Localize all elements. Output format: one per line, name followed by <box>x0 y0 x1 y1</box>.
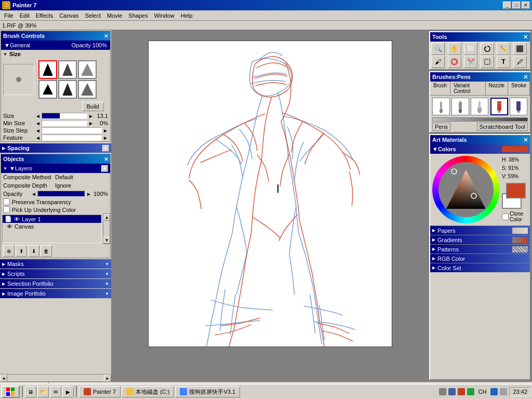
quick-launch-4[interactable]: ▶ <box>62 386 74 397</box>
layer-tool-2[interactable]: ⬆ <box>16 245 27 257</box>
papers-section[interactable]: Papers <box>430 225 530 235</box>
size-slider-container[interactable]: ◄ ► <box>35 113 94 119</box>
color-wheel[interactable] <box>432 156 500 223</box>
composite-depth-value[interactable]: Ignore <box>55 182 71 189</box>
brush-tip-5[interactable] <box>58 80 77 99</box>
tool-shape[interactable] <box>481 56 494 68</box>
start-button[interactable] <box>1 385 20 398</box>
menu-canvas[interactable]: Canvas <box>56 11 82 20</box>
tab-nozzle[interactable]: Nozzle <box>486 82 509 95</box>
brush-variant-5[interactable] <box>510 98 527 115</box>
patterns-section[interactable]: Patterns <box>430 244 530 254</box>
feature-track[interactable] <box>42 135 102 141</box>
objects-close[interactable]: ✕ <box>104 156 108 162</box>
taskbar-painter[interactable]: Painter 7 <box>79 386 121 397</box>
layer-tool-1[interactable]: ⊕ <box>3 245 15 257</box>
size-step-track[interactable] <box>42 127 102 134</box>
layers-header[interactable]: ▼ Layers ▼ <box>1 164 110 173</box>
menu-window[interactable]: Window <box>151 11 178 20</box>
size-slider-left-arrow[interactable]: ◄ <box>35 113 41 119</box>
tool-crop[interactable]: ✂️ <box>464 56 477 68</box>
hscroll-right[interactable]: ► <box>104 375 111 381</box>
image-portfolio-scroll[interactable]: ▼ <box>105 291 109 296</box>
selection-portfolio-scroll[interactable]: ▼ <box>105 282 109 286</box>
brush-tip-4[interactable] <box>38 80 57 99</box>
tool-zoom[interactable]: 🔍 <box>431 43 445 55</box>
tool-brush[interactable]: 🖌 <box>431 56 445 68</box>
tool-hand[interactable]: ✋ <box>448 43 461 55</box>
layer-scroll-up[interactable]: ▲ <box>103 214 110 221</box>
feature-slider[interactable]: ◄ ► <box>35 135 108 141</box>
colors-section-header[interactable]: ▼ Colors <box>430 144 530 154</box>
close-button[interactable]: ✕ <box>522 2 530 9</box>
tools-close[interactable]: ✕ <box>523 34 528 41</box>
size-step-slider[interactable]: ◄ ► <box>35 127 108 134</box>
size-slider-track[interactable] <box>42 113 87 119</box>
tray-icon-5[interactable] <box>490 388 498 395</box>
tray-icon-6[interactable] <box>500 388 507 395</box>
tool-fill[interactable]: ⬛ <box>513 43 527 55</box>
brush-tip-2[interactable] <box>58 60 77 79</box>
menu-edit[interactable]: Edit <box>17 11 33 20</box>
brush-size-bar[interactable]: Size <box>1 50 110 58</box>
selection-portfolio-section[interactable]: Selection Portfolio ▼ <box>0 279 111 288</box>
tool-pen[interactable]: ✏️ <box>497 43 510 55</box>
taskbar-sogou[interactable]: 搜狗抓屏快手V3.1 <box>175 386 240 397</box>
gradients-section[interactable]: Gradients <box>430 235 530 244</box>
build-button[interactable]: Build <box>82 102 104 111</box>
opacity-left-arrow[interactable]: ◄ <box>31 191 36 197</box>
menu-movie[interactable]: Movie <box>104 11 125 20</box>
brush-tip-1[interactable] <box>38 60 57 79</box>
brush-tip-3[interactable] <box>78 60 97 79</box>
image-portfolio-section[interactable]: Image Portfolio ▼ <box>0 289 111 298</box>
tab-brush[interactable]: Brush <box>430 82 450 95</box>
menu-help[interactable]: Help <box>178 11 196 20</box>
menu-select[interactable]: Select <box>82 11 104 20</box>
tray-icon-3[interactable] <box>458 388 465 395</box>
foreground-color-swatch[interactable] <box>506 183 526 198</box>
brush-controls-close[interactable]: ✕ <box>104 33 108 39</box>
layer-item-canvas[interactable]: 👁 Canvas <box>3 223 101 230</box>
layers-scroll[interactable]: ▼ <box>101 165 108 172</box>
min-size-right-arrow[interactable]: ► <box>88 121 94 126</box>
spacing-section[interactable]: Spacing ▼ <box>0 143 111 153</box>
masks-section[interactable]: Masks ▼ <box>0 259 111 269</box>
preserve-transparency-checkbox[interactable] <box>3 198 10 205</box>
taskbar-explorer[interactable]: 本地磁盘 (C:) <box>122 386 174 397</box>
brush-variant-4[interactable] <box>490 98 508 115</box>
tray-icon-4[interactable] <box>467 388 474 395</box>
minimize-button[interactable]: _ <box>503 2 511 9</box>
art-materials-close[interactable]: ✕ <box>523 137 528 143</box>
color-set-section[interactable]: Color Set <box>430 263 530 272</box>
pick-up-color-checkbox[interactable] <box>3 206 10 213</box>
color-wheel-container[interactable] <box>432 156 500 223</box>
pens-label[interactable]: Pens <box>432 123 450 131</box>
menu-shapes[interactable]: Shapes <box>125 11 151 20</box>
brush-variant-2[interactable] <box>451 98 469 115</box>
tool-rect-select[interactable]: ⬜ <box>464 43 477 55</box>
min-size-track[interactable] <box>42 120 87 126</box>
opacity-track[interactable] <box>37 191 85 197</box>
brush-variant-3[interactable] <box>471 98 488 115</box>
tray-icon-2[interactable] <box>448 388 456 395</box>
brush-tip-6[interactable] <box>78 80 97 99</box>
brush-variant-1[interactable] <box>432 98 450 115</box>
scripts-section[interactable]: Scripts ▼ <box>0 269 111 278</box>
min-size-slider-container[interactable]: ◄ ► <box>35 120 94 126</box>
layer-tool-delete[interactable]: 🗑 <box>41 245 52 257</box>
quick-launch-3[interactable]: ✉ <box>50 386 61 397</box>
opacity-right-arrow[interactable]: ► <box>86 191 91 197</box>
size-slider-right-arrow[interactable]: ► <box>88 113 94 119</box>
masks-scroll[interactable]: ▼ <box>105 262 109 267</box>
hscroll-left[interactable]: ◄ <box>0 375 7 381</box>
maximize-button[interactable]: □ <box>512 2 521 9</box>
tab-variant-control[interactable]: Variant Control <box>450 82 485 95</box>
quick-launch-1[interactable]: 🖥 <box>25 386 36 397</box>
layer-tool-3[interactable]: ⬇ <box>28 245 39 257</box>
spacing-scroll[interactable]: ▼ <box>102 145 109 152</box>
layer-scroll-down[interactable]: ▼ <box>103 237 110 244</box>
rgb-color-section[interactable]: RGB Color <box>430 254 530 263</box>
clone-color-checkbox[interactable] <box>502 214 509 220</box>
tool-ellipse[interactable]: ⭕ <box>448 56 461 68</box>
composite-method-value[interactable]: Default <box>55 174 73 180</box>
